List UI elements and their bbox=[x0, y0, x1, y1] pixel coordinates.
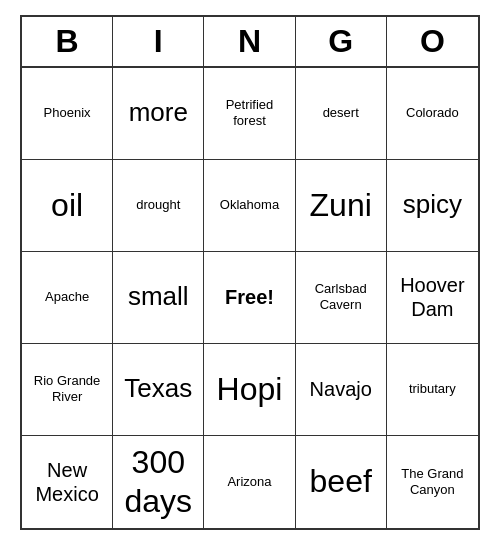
header-letter: B bbox=[22, 17, 113, 66]
bingo-cell: Petrified forest bbox=[204, 68, 295, 160]
bingo-cell: Colorado bbox=[387, 68, 478, 160]
bingo-card: BINGO PhoenixmorePetrified forestdesertC… bbox=[20, 15, 480, 530]
header-letter: N bbox=[204, 17, 295, 66]
bingo-cell: New Mexico bbox=[22, 436, 113, 528]
bingo-cell: beef bbox=[296, 436, 387, 528]
bingo-cell: drought bbox=[113, 160, 204, 252]
bingo-cell: tributary bbox=[387, 344, 478, 436]
bingo-cell: spicy bbox=[387, 160, 478, 252]
bingo-cell: Free! bbox=[204, 252, 295, 344]
bingo-cell: Phoenix bbox=[22, 68, 113, 160]
bingo-cell: The Grand Canyon bbox=[387, 436, 478, 528]
bingo-cell: oil bbox=[22, 160, 113, 252]
bingo-header: BINGO bbox=[22, 17, 478, 68]
bingo-grid: PhoenixmorePetrified forestdesertColorad… bbox=[22, 68, 478, 528]
header-letter: G bbox=[296, 17, 387, 66]
bingo-cell: Hoover Dam bbox=[387, 252, 478, 344]
bingo-cell: 300 days bbox=[113, 436, 204, 528]
bingo-cell: Zuni bbox=[296, 160, 387, 252]
bingo-cell: Carlsbad Cavern bbox=[296, 252, 387, 344]
bingo-cell: Apache bbox=[22, 252, 113, 344]
bingo-cell: Texas bbox=[113, 344, 204, 436]
header-letter: I bbox=[113, 17, 204, 66]
bingo-cell: more bbox=[113, 68, 204, 160]
bingo-cell: Arizona bbox=[204, 436, 295, 528]
bingo-cell: Rio Grande River bbox=[22, 344, 113, 436]
bingo-cell: Navajo bbox=[296, 344, 387, 436]
bingo-cell: small bbox=[113, 252, 204, 344]
header-letter: O bbox=[387, 17, 478, 66]
bingo-cell: Hopi bbox=[204, 344, 295, 436]
bingo-cell: Oklahoma bbox=[204, 160, 295, 252]
bingo-cell: desert bbox=[296, 68, 387, 160]
